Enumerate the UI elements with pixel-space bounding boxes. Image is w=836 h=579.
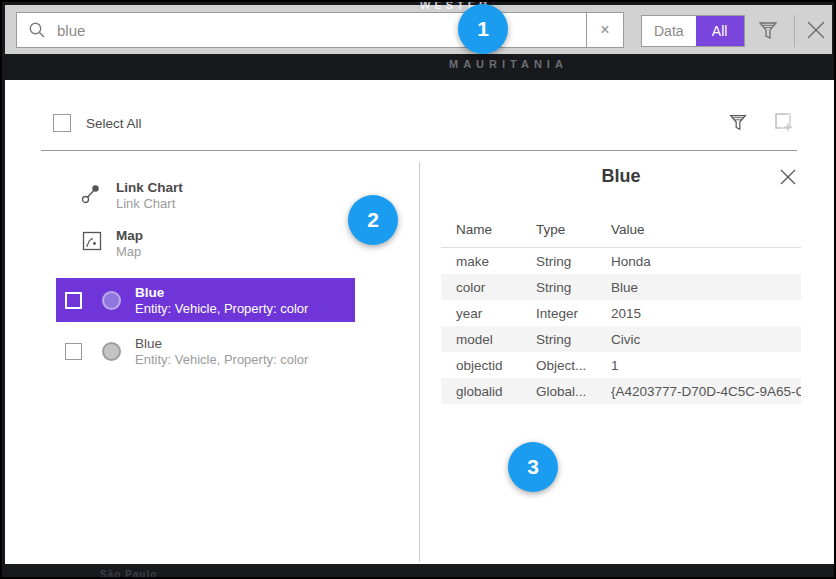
scope-toggle: Data All: [641, 15, 745, 47]
cell-type: Integer: [536, 306, 611, 321]
panel-vertical-divider: [419, 162, 420, 562]
result-title: Link Chart: [116, 179, 355, 196]
panel-header-divider: [41, 150, 797, 151]
clear-search-button[interactable]: ×: [586, 13, 623, 47]
result-item-map[interactable]: Map Map: [56, 227, 355, 260]
cell-name: make: [456, 254, 536, 269]
cell-type: String: [536, 332, 611, 347]
result-checkbox[interactable]: [65, 343, 82, 360]
result-item-blue[interactable]: Blue Entity: Vehicle, Property: color: [56, 329, 355, 373]
result-item-link-chart[interactable]: Link Chart Link Chart: [56, 179, 355, 212]
table-row: color String Blue: [441, 274, 801, 300]
column-header-type: Type: [536, 222, 611, 237]
cell-value: Civic: [611, 332, 801, 347]
map-icon: [82, 231, 102, 255]
callout-2: 2: [348, 195, 398, 245]
map-label-sao-paulo: São Paulo: [100, 569, 157, 579]
toggle-data-button[interactable]: Data: [642, 16, 696, 46]
result-title: Blue: [135, 284, 308, 301]
add-to-selection-icon[interactable]: [773, 111, 795, 137]
cell-value: Honda: [611, 254, 801, 269]
result-title: Map: [116, 227, 355, 244]
entity-circle-icon: [102, 291, 121, 310]
result-checkbox[interactable]: [65, 292, 82, 309]
result-subtitle: Link Chart: [116, 196, 355, 212]
callout-1: 1: [458, 4, 508, 54]
toggle-all-button[interactable]: All: [696, 16, 744, 46]
table-row: objectid Object... 1: [441, 352, 801, 378]
details-title: Blue: [441, 166, 801, 187]
cell-name: year: [456, 306, 536, 321]
column-header-name: Name: [456, 222, 536, 237]
search-icon: [17, 21, 57, 39]
cell-value: 1: [611, 358, 801, 373]
cell-name: model: [456, 332, 536, 347]
table-row: year Integer 2015: [441, 300, 801, 326]
column-header-value: Value: [611, 222, 801, 237]
result-item-blue-selected[interactable]: Blue Entity: Vehicle, Property: color: [56, 278, 355, 322]
details-close-icon[interactable]: [779, 168, 797, 190]
select-all-label: Select All: [86, 116, 142, 131]
entity-circle-icon: [102, 342, 121, 361]
attribute-table-header: Name Type Value: [441, 216, 801, 247]
toolbar-divider: [794, 15, 795, 47]
cell-type: Object...: [536, 358, 611, 373]
app-screen: WESTER MAURITANIA São Paulo blue × Data …: [0, 0, 836, 579]
result-subtitle: Map: [116, 244, 355, 260]
search-input[interactable]: blue ×: [16, 12, 624, 48]
cell-name: globalid: [456, 384, 536, 399]
cell-type: Global...: [536, 384, 611, 399]
map-label-mauritania: MAURITANIA: [449, 58, 568, 70]
cell-value: {A4203777-D70D-4C5C-9A65-C...: [611, 384, 801, 399]
cell-name: objectid: [456, 358, 536, 373]
cell-type: String: [536, 254, 611, 269]
table-row: globalid Global... {A4203777-D70D-4C5C-9…: [441, 378, 801, 404]
table-row: make String Honda: [441, 248, 801, 274]
result-subtitle: Entity: Vehicle, Property: color: [135, 301, 308, 317]
filter-icon[interactable]: [756, 18, 780, 46]
select-all-checkbox[interactable]: [53, 114, 71, 132]
table-row: model String Civic: [441, 326, 801, 352]
panel-filter-icon[interactable]: [727, 111, 749, 137]
result-title: Blue: [135, 335, 308, 352]
attribute-table: Name Type Value make String Honda color …: [441, 216, 801, 404]
search-toolbar: blue × Data All: [5, 5, 832, 54]
cell-value: Blue: [611, 280, 801, 295]
callout-3: 3: [508, 442, 558, 492]
result-subtitle: Entity: Vehicle, Property: color: [135, 352, 308, 368]
cell-name: color: [456, 280, 536, 295]
close-search-icon[interactable]: [804, 18, 828, 46]
cell-type: String: [536, 280, 611, 295]
cell-value: 2015: [611, 306, 801, 321]
results-panel: Select All Link Chart Link Chart Map: [5, 80, 834, 564]
link-chart-icon: [80, 183, 102, 209]
